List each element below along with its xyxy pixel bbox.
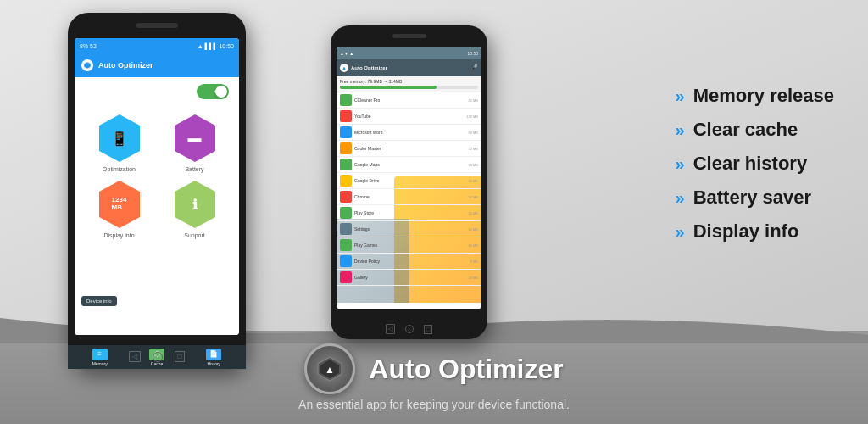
feature-arrow-4: » <box>676 223 685 240</box>
app-name-9: Play Games <box>354 243 465 248</box>
app-name-3: Cooler Master <box>354 146 465 151</box>
brand-icon: ▲ <box>304 343 355 394</box>
hex-shape-battery: ▬ <box>173 113 217 164</box>
phone-right: ▲▼ ▲ 10:50 ▲ Auto Optimizer 🎤 Free memor… <box>331 25 487 339</box>
app-size-7: 55 MB <box>468 211 478 215</box>
feature-clear-history: » Clear history <box>676 153 834 175</box>
rp-list-item-0[interactable]: CCleaner Pro 45 MB <box>337 92 481 109</box>
hex-optimization[interactable]: 📱 Optimization <box>85 113 153 172</box>
feature-battery-saver: » Battery saver <box>676 187 834 209</box>
app-title-text: Auto Optimizer <box>98 61 153 70</box>
app-icon-5 <box>340 175 352 187</box>
rp-list-item-2[interactable]: Microsoft Word 89 MB <box>337 125 481 141</box>
app-icon-11 <box>340 271 352 283</box>
app-name-4: Google Maps <box>354 162 465 167</box>
app-size-3: 32 MB <box>468 147 478 151</box>
device-info-button[interactable]: Device info <box>81 296 117 306</box>
app-name-1: YouTube <box>354 114 464 119</box>
rp-list-item-11[interactable]: Gallery 28 MB <box>337 270 481 286</box>
app-size-1: 120 MB <box>466 114 478 119</box>
svg-text:▲: ▲ <box>325 364 335 376</box>
app-icon-4 <box>340 159 352 170</box>
rp-status-time: 10:50 <box>467 51 478 56</box>
app-size-8: 12 MB <box>468 227 478 232</box>
wifi-icon: ▲ <box>198 43 203 49</box>
rp-list-item-1[interactable]: YouTube 120 MB <box>337 109 481 125</box>
app-size-9: 65 MB <box>468 243 478 248</box>
hex-support[interactable]: ℹ Support <box>160 179 229 238</box>
rp-list-item-5[interactable]: Google Drive 45 MB <box>337 173 481 189</box>
rp-title-bar: ▲ Auto Optimizer 🎤 <box>337 59 481 76</box>
status-bar-left-info: 8% 52 <box>80 43 97 49</box>
rp-list-item-3[interactable]: Cooler Master 32 MB <box>337 141 481 157</box>
rp-app-list-container: CCleaner Pro 45 MB YouTube 120 MB Micros… <box>337 92 481 303</box>
rp-list-item-7[interactable]: Play Store 55 MB <box>337 205 481 221</box>
app-size-4: 78 MB <box>468 163 478 167</box>
hex-shape-optimization: 📱 <box>97 113 142 164</box>
status-bar-left: 8% 52 ▲ ▌▌▌ 10:50 <box>75 38 239 53</box>
hex-display-info[interactable]: 1234MB Display info <box>85 179 153 238</box>
svg-marker-0 <box>84 62 91 69</box>
app-name-6: Chrome <box>354 194 465 199</box>
app-logo-icon <box>81 59 93 71</box>
app-icon-8 <box>340 223 352 235</box>
rp-list-item-6[interactable]: Chrome 95 MB <box>337 189 481 205</box>
app-size-5: 45 MB <box>468 179 478 183</box>
hex-optimization-label: Optimization <box>103 166 136 172</box>
hex-shape-display-info: 1234MB <box>97 179 142 230</box>
status-battery: 8% 52 <box>80 43 97 49</box>
app-size-2: 89 MB <box>468 131 478 135</box>
app-name-7: Play Store <box>354 210 465 215</box>
feature-arrow-1: » <box>676 121 685 138</box>
signal-icon: ▌▌▌ <box>205 43 218 49</box>
time-display: 10:50 <box>219 43 234 49</box>
hex-shape-support: ℹ <box>173 179 217 230</box>
app-icon-6 <box>340 191 352 203</box>
app-name-2: Microsoft Word <box>354 130 465 135</box>
app-size-6: 95 MB <box>468 195 478 199</box>
rp-list-item-4[interactable]: Google Maps 78 MB <box>337 157 481 173</box>
app-size-11: 28 MB <box>468 276 478 280</box>
app-title-bar: Auto Optimizer <box>75 53 239 77</box>
hex-support-label: Support <box>184 232 205 238</box>
feature-text-3: Battery saver <box>693 187 811 209</box>
feature-display-info: » Display info <box>676 220 834 243</box>
rp-app-list: CCleaner Pro 45 MB YouTube 120 MB Micros… <box>337 92 481 286</box>
features-section: » Memory release » Clear cache » Clear h… <box>676 85 834 254</box>
phone-speaker-left <box>136 23 178 28</box>
app-size-0: 45 MB <box>468 98 478 103</box>
feature-arrow-3: » <box>676 189 685 206</box>
hex-battery-label: Battery <box>185 166 203 172</box>
app-icon-1 <box>340 110 352 122</box>
feature-arrow-0: » <box>676 87 685 104</box>
hex-battery[interactable]: ▬ Battery <box>160 113 229 172</box>
rp-status-bar: ▲▼ ▲ 10:50 <box>337 47 481 59</box>
feature-text-4: Display info <box>693 220 799 243</box>
app-icon-10 <box>340 255 352 267</box>
on-off-toggle[interactable]: ON <box>197 84 229 99</box>
rp-list-item-10[interactable]: Device Policy 8 MB <box>337 254 481 270</box>
feature-text-1: Clear cache <box>693 119 798 141</box>
brand-tagline-text: An essential app for keeping your device… <box>298 398 570 411</box>
rp-mic-icon: 🎤 <box>470 64 478 71</box>
rp-list-item-9[interactable]: Play Games 65 MB <box>337 237 481 254</box>
rp-memory-bar-bg <box>340 86 478 89</box>
rp-status-text: ▲▼ ▲ <box>340 51 353 56</box>
app-icon-9 <box>340 239 352 251</box>
app-size-10: 8 MB <box>470 259 478 264</box>
feature-text-0: Memory release <box>693 85 834 107</box>
rp-list-item-8[interactable]: Settings 12 MB <box>337 221 481 237</box>
app-icon-7 <box>340 207 352 219</box>
branding-row: ▲ Auto Optimizer <box>304 343 563 394</box>
phone-speaker-right <box>392 34 426 38</box>
app-name-8: Settings <box>354 226 465 232</box>
app-icon-2 <box>340 126 352 138</box>
toggle-knob <box>215 86 227 98</box>
phone-screen-left: 8% 52 ▲ ▌▌▌ 10:50 Auto Optimizer <box>75 38 239 335</box>
feature-memory-release: » Memory release <box>676 85 834 107</box>
rp-title-text: Auto Optimizer <box>351 65 387 70</box>
app-icon-3 <box>340 142 352 154</box>
branding-section: ▲ Auto Optimizer An essential app for ke… <box>0 331 868 424</box>
toggle-row: ON <box>75 77 239 106</box>
rp-memory-progress <box>340 86 437 89</box>
